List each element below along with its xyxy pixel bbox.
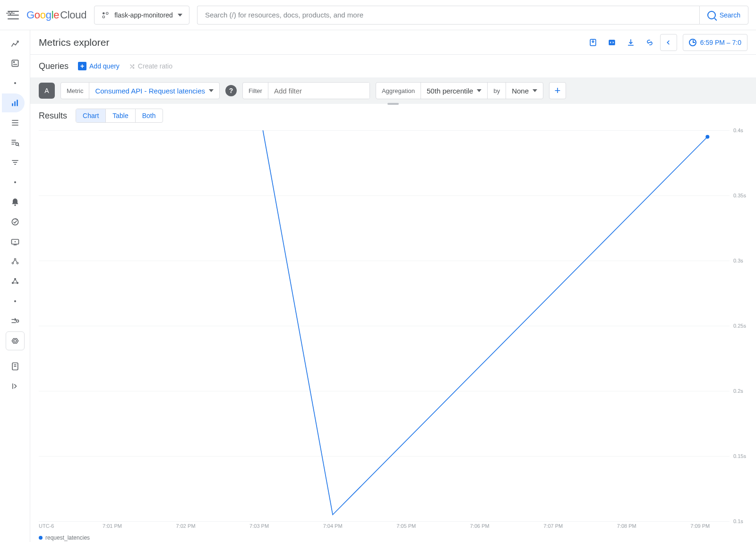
google-cloud-logo[interactable]: GoogleCloud	[26, 9, 86, 21]
metric-selector[interactable]: Metric Consumed API - Request latencies	[60, 82, 220, 99]
project-selector[interactable]: flask-app-monitored	[94, 6, 189, 25]
time-range-picker[interactable]: 6:59 PM – 7:0	[683, 34, 747, 51]
svg-point-33	[16, 320, 18, 322]
tab-both[interactable]: Both	[136, 109, 163, 122]
queries-section-header: Queries + Add query ⤭ Create ratio	[30, 55, 756, 77]
chevron-down-icon	[178, 14, 182, 17]
svg-point-48	[705, 135, 709, 139]
svg-line-18	[18, 145, 19, 146]
chart-area: 0.1s0.15s0.2s0.25s0.3s0.35s0.4s UTC-67:0…	[30, 127, 756, 542]
resize-handle[interactable]	[387, 103, 399, 105]
chart-xaxis: UTC-67:01 PM7:02 PM7:03 PM7:04 PM7:05 PM…	[39, 523, 730, 531]
results-title: Results	[39, 111, 67, 121]
query-badge[interactable]: A	[39, 83, 55, 99]
svg-point-17	[16, 143, 18, 145]
nav-logs[interactable]	[2, 113, 25, 132]
page-header: Metrics explorer 6:59 PM – 7:0	[30, 30, 756, 55]
svg-rect-6	[13, 61, 14, 63]
svg-rect-8	[12, 103, 13, 106]
svg-point-0	[103, 12, 105, 15]
results-view-toggle: Chart Table Both	[76, 109, 163, 123]
aggregation-selector[interactable]: Aggregation 50th percentile by None	[376, 82, 543, 99]
svg-point-22	[14, 204, 16, 206]
project-name: flask-app-monitored	[114, 11, 173, 19]
search-input[interactable]	[197, 6, 699, 25]
search-icon	[707, 11, 716, 19]
svg-point-26	[14, 241, 16, 243]
top-bar: GoogleCloud flask-app-monitored Search	[0, 0, 756, 30]
link-icon[interactable]	[641, 34, 658, 51]
create-ratio-button: ⤭ Create ratio	[129, 62, 172, 71]
nav-divider-dot	[2, 74, 25, 93]
page-title: Metrics explorer	[39, 37, 109, 48]
filter-input[interactable]	[268, 83, 369, 99]
svg-rect-44	[609, 40, 615, 45]
help-icon[interactable]: ?	[225, 85, 237, 96]
svg-rect-4	[6, 8, 15, 16]
nav-logs-explorer[interactable]	[2, 133, 25, 152]
shuffle-icon: ⤭	[129, 62, 135, 71]
nav-uptime[interactable]	[2, 212, 25, 231]
svg-point-29	[17, 263, 18, 264]
nav-metrics-explorer[interactable]	[2, 93, 25, 112]
svg-point-2	[103, 16, 105, 18]
filter-field[interactable]: Filter	[242, 82, 370, 99]
nav-integrations[interactable]	[2, 312, 25, 330]
code-icon[interactable]	[603, 34, 620, 51]
nav-settings[interactable]	[2, 357, 25, 376]
nav-synthetic[interactable]	[2, 232, 25, 251]
queries-title: Queries	[39, 61, 69, 71]
nav-divider-dot-2	[2, 173, 25, 192]
search-button[interactable]: Search	[699, 6, 748, 25]
chevron-down-icon	[209, 89, 214, 92]
nav-overview[interactable]	[2, 34, 25, 53]
nav-groups[interactable]	[2, 252, 25, 271]
svg-point-28	[12, 263, 13, 264]
legend-swatch	[39, 536, 43, 540]
project-icon	[101, 11, 110, 19]
svg-point-27	[14, 258, 16, 260]
svg-marker-3	[6, 11, 15, 15]
svg-rect-9	[14, 102, 16, 106]
plus-icon: +	[78, 62, 86, 70]
svg-point-1	[106, 12, 109, 15]
nav-expand-icon[interactable]	[2, 377, 25, 396]
nav-services[interactable]	[2, 272, 25, 291]
chevron-down-icon	[477, 89, 481, 92]
nav-traces[interactable]	[2, 153, 25, 172]
add-aggregation-button[interactable]: +	[549, 82, 566, 99]
results-header: Results Chart Table Both	[30, 104, 756, 127]
global-search: Search	[197, 6, 748, 25]
legend-label: request_latencies	[45, 534, 90, 541]
svg-marker-36	[12, 339, 18, 343]
time-prev-button[interactable]	[660, 34, 677, 51]
tab-chart[interactable]: Chart	[76, 109, 106, 122]
chevron-down-icon	[533, 89, 537, 92]
svg-rect-10	[17, 100, 18, 106]
clock-icon	[689, 39, 696, 46]
svg-marker-37	[13, 340, 17, 342]
svg-rect-5	[12, 60, 18, 66]
download-icon[interactable]	[622, 34, 639, 51]
nav-dashboards[interactable]	[2, 54, 25, 73]
nav-divider-dot-3	[2, 292, 25, 311]
nav-alerting[interactable]	[2, 193, 25, 212]
chart-legend: request_latencies	[39, 534, 90, 541]
monitoring-icon[interactable]	[6, 8, 25, 23]
save-chart-icon[interactable]	[584, 34, 601, 51]
query-builder: A Metric Consumed API - Request latencie…	[30, 77, 756, 104]
nav-managed-prometheus[interactable]	[6, 331, 25, 350]
main: Metrics explorer 6:59 PM – 7:0 Queries +…	[30, 30, 756, 542]
header-actions: 6:59 PM – 7:0	[584, 34, 747, 51]
tab-table[interactable]: Table	[106, 109, 135, 122]
chart-plot[interactable]: 0.1s0.15s0.2s0.25s0.3s0.35s0.4s	[39, 130, 730, 521]
product-rail	[0, 30, 30, 542]
add-query-button[interactable]: + Add query	[78, 62, 120, 70]
